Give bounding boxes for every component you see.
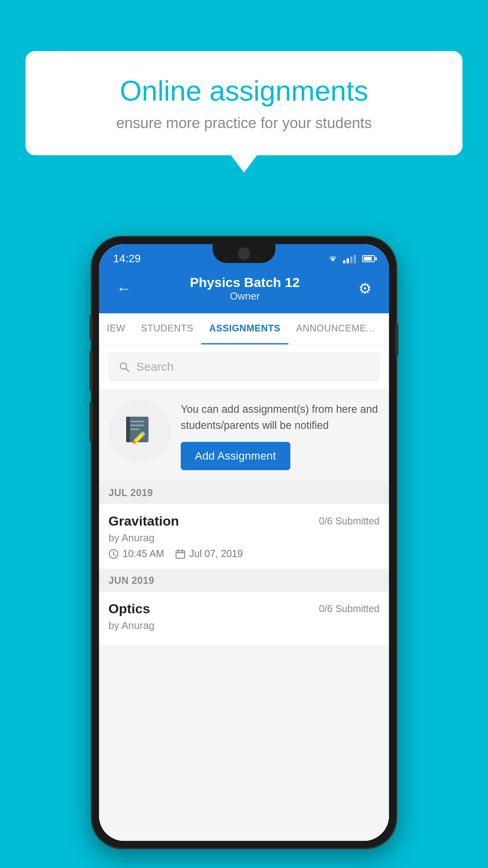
svg-rect-4 bbox=[130, 421, 144, 422]
optics-name: Optics bbox=[108, 601, 150, 616]
assignment-name: Gravitation bbox=[108, 513, 179, 529]
phone-screen-inner: 14:29 bbox=[99, 244, 389, 841]
signal-icon bbox=[343, 254, 356, 263]
app-header: ← Physics Batch 12 Owner ⚙ bbox=[99, 267, 389, 313]
back-button[interactable]: ← bbox=[113, 277, 134, 300]
svg-line-1 bbox=[126, 368, 129, 371]
search-bar[interactable]: Search bbox=[108, 353, 380, 381]
assignment-row1: Gravitation 0/6 Submitted bbox=[108, 513, 380, 529]
speech-bubble-subtitle: ensure more practice for your students bbox=[53, 115, 435, 132]
tab-students[interactable]: STUDENTS bbox=[133, 313, 201, 344]
calendar-icon bbox=[175, 549, 185, 559]
phone-notch bbox=[213, 244, 275, 263]
svg-rect-6 bbox=[130, 428, 139, 430]
phone-vol-up-button bbox=[90, 351, 93, 390]
phone-container: 14:29 bbox=[91, 236, 397, 849]
tab-assignments[interactable]: ASSIGNMENTS bbox=[201, 313, 288, 344]
settings-button[interactable]: ⚙ bbox=[355, 277, 375, 300]
search-container: Search bbox=[99, 345, 389, 389]
svg-rect-3 bbox=[126, 417, 130, 442]
phone-screen: 14:29 bbox=[99, 244, 389, 841]
add-assignment-button[interactable]: Add Assignment bbox=[181, 442, 290, 470]
notebook-icon bbox=[122, 414, 158, 449]
promo-text: You can add assignment(s) from here and … bbox=[181, 400, 380, 470]
speech-bubble: Online assignments ensure more practice … bbox=[26, 51, 462, 155]
promo-description: You can add assignment(s) from here and … bbox=[181, 401, 380, 433]
assignment-by: by Anurag bbox=[108, 532, 380, 544]
assignment-meta: 10:45 AM Jul 07, 2019 bbox=[108, 548, 380, 559]
tab-announcements[interactable]: ANNOUNCEME... bbox=[288, 313, 383, 344]
status-time: 14:29 bbox=[113, 252, 141, 265]
date-meta: Jul 07, 2019 bbox=[175, 548, 243, 559]
batch-role: Owner bbox=[190, 290, 300, 302]
batch-title: Physics Batch 12 bbox=[190, 275, 300, 290]
month-jul-2019: JUL 2019 bbox=[99, 482, 389, 504]
svg-rect-5 bbox=[130, 425, 144, 426]
speech-bubble-title: Online assignments bbox=[53, 75, 435, 107]
screen-content: Search bbox=[99, 345, 389, 841]
assignment-item-gravitation[interactable]: Gravitation 0/6 Submitted by Anurag bbox=[99, 504, 389, 569]
phone-power-button bbox=[395, 324, 398, 355]
assignment-item-optics[interactable]: Optics 0/6 Submitted by Anurag bbox=[99, 592, 389, 645]
wifi-icon bbox=[327, 254, 338, 263]
phone-outer: 14:29 bbox=[91, 236, 397, 849]
month-jun-2019: JUN 2019 bbox=[99, 569, 389, 592]
camera bbox=[238, 247, 250, 260]
header-center: Physics Batch 12 Owner bbox=[190, 275, 300, 302]
promo-section: You can add assignment(s) from here and … bbox=[99, 389, 389, 482]
phone-vol-down-button bbox=[90, 402, 93, 441]
speech-bubble-container: Online assignments ensure more practice … bbox=[26, 51, 462, 155]
optics-row1: Optics 0/6 Submitted bbox=[108, 601, 380, 616]
search-placeholder: Search bbox=[136, 360, 174, 373]
tab-iew[interactable]: IEW bbox=[99, 313, 133, 344]
status-icons bbox=[327, 254, 375, 263]
svg-rect-13 bbox=[176, 551, 185, 558]
submitted-badge: 0/6 Submitted bbox=[319, 515, 380, 527]
assignment-promo-icon bbox=[108, 400, 171, 463]
optics-by: by Anurag bbox=[108, 620, 380, 632]
clock-icon bbox=[108, 549, 119, 559]
svg-line-12 bbox=[114, 554, 116, 555]
battery-icon bbox=[362, 255, 375, 262]
assignment-date: Jul 07, 2019 bbox=[189, 548, 243, 559]
optics-submitted: 0/6 Submitted bbox=[319, 603, 380, 614]
tabs-container: IEW STUDENTS ASSIGNMENTS ANNOUNCEME... bbox=[99, 313, 389, 345]
time-meta: 10:45 AM bbox=[108, 548, 164, 559]
assignment-time: 10:45 AM bbox=[123, 548, 164, 559]
search-icon bbox=[118, 361, 130, 373]
phone-mute-button bbox=[90, 316, 93, 339]
